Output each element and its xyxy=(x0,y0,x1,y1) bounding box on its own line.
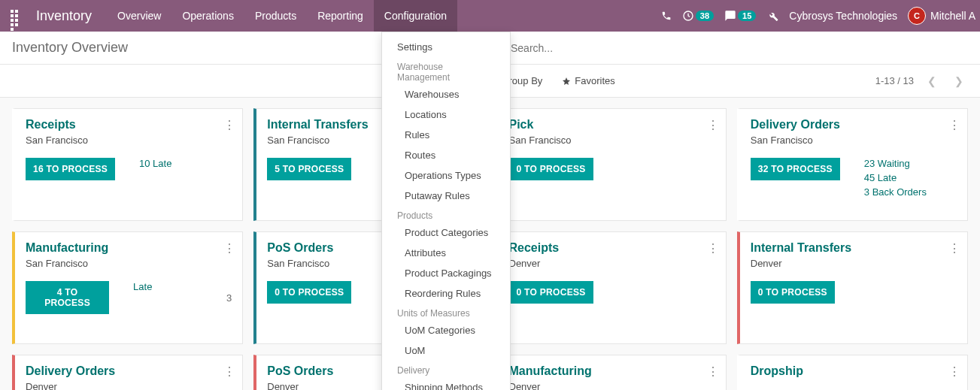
activity-icon[interactable]: 38 xyxy=(682,10,714,22)
dropdown-item-uom-categories[interactable]: UoM Categories xyxy=(382,320,510,340)
pager-range: 1-13 / 13 xyxy=(875,75,914,86)
search-input[interactable] xyxy=(502,42,968,54)
app-title[interactable]: Inventory xyxy=(33,8,107,24)
dropdown-item-attributes[interactable]: Attributes xyxy=(382,243,510,263)
nav-item-reporting[interactable]: Reporting xyxy=(307,0,374,32)
dropdown-item-rules[interactable]: Rules xyxy=(382,125,510,145)
kanban-card[interactable]: ⋮ReceiptsDenver0 TO PROCESS xyxy=(496,231,727,344)
process-button[interactable]: 0 TO PROCESS xyxy=(267,281,351,304)
card-title: Receipts xyxy=(509,241,715,255)
phone-icon[interactable] xyxy=(661,11,672,21)
dropdown-item-uom[interactable]: UoM xyxy=(382,340,510,361)
card-subtitle: San Francisco xyxy=(26,258,232,269)
navbar: Inventory OverviewOperationsProductsRepo… xyxy=(0,0,980,32)
chat-icon[interactable]: 15 xyxy=(724,10,756,22)
card-menu-icon[interactable]: ⋮ xyxy=(948,118,960,132)
kanban-card[interactable]: ⋮ManufacturingDenver xyxy=(496,355,727,390)
stat-link[interactable]: 45 Late xyxy=(864,172,927,183)
avatar: C xyxy=(908,7,926,25)
user-name: Mitchell A xyxy=(930,10,975,22)
dropdown-item-product-packagings[interactable]: Product Packagings xyxy=(382,263,510,283)
process-button[interactable]: 32 TO PROCESS xyxy=(751,158,840,180)
process-button[interactable]: 0 TO PROCESS xyxy=(509,158,593,180)
dropdown-item-putaway-rules[interactable]: Putaway Rules xyxy=(382,186,510,206)
stat-link[interactable]: 23 Waiting xyxy=(864,158,927,169)
favorites-button[interactable]: Favorites xyxy=(562,75,614,86)
card-subtitle: San Francisco xyxy=(751,135,957,146)
card-menu-icon[interactable]: ⋮ xyxy=(223,118,235,132)
nav-item-products[interactable]: Products xyxy=(244,0,307,32)
card-title: Receipts xyxy=(26,118,232,132)
card-menu-icon[interactable]: ⋮ xyxy=(223,364,235,379)
chat-badge: 15 xyxy=(738,11,756,21)
activity-badge: 38 xyxy=(696,11,714,21)
card-subtitle: Denver xyxy=(509,258,715,269)
card-title: Pick xyxy=(509,118,715,132)
dropdown-item-settings[interactable]: Settings xyxy=(382,37,510,57)
nav-item-overview[interactable]: Overview xyxy=(107,0,171,32)
kanban-card[interactable]: ⋮Delivery OrdersDenver xyxy=(12,355,243,390)
card-menu-icon[interactable]: ⋮ xyxy=(707,364,718,379)
process-button[interactable]: 5 TO PROCESS xyxy=(267,158,351,180)
kanban-card[interactable]: ⋮ManufacturingSan Francisco4 TO PROCESSL… xyxy=(12,231,243,344)
dropdown-item-reordering-rules[interactable]: Reordering Rules xyxy=(382,283,510,304)
card-stats: Late3 xyxy=(133,281,232,304)
pager-next[interactable]: ❯ xyxy=(950,73,968,89)
card-subtitle: Denver xyxy=(26,381,232,390)
dropdown-item-locations[interactable]: Locations xyxy=(382,104,510,125)
card-title: Delivery Orders xyxy=(26,364,232,378)
card-menu-icon[interactable]: ⋮ xyxy=(223,241,235,255)
configuration-dropdown: SettingsWarehouse ManagementWarehousesLo… xyxy=(381,32,511,390)
card-title: Internal Transfers xyxy=(751,241,957,255)
kanban-card[interactable]: ⋮Delivery OrdersSan Francisco32 TO PROCE… xyxy=(737,108,968,221)
kanban-card[interactable]: ⋮Dropship xyxy=(737,355,968,390)
card-stats: 10 Late xyxy=(139,158,171,169)
user-menu[interactable]: C Mitchell A xyxy=(908,7,975,25)
dropdown-item-shipping-methods[interactable]: Shipping Methods xyxy=(382,377,510,390)
card-menu-icon[interactable]: ⋮ xyxy=(707,118,718,132)
card-stats: 23 Waiting45 Late3 Back Orders xyxy=(864,158,927,198)
page-title: Inventory Overview xyxy=(12,40,128,56)
process-button[interactable]: 4 TO PROCESS xyxy=(26,281,109,314)
card-menu-icon[interactable]: ⋮ xyxy=(948,241,960,255)
process-button[interactable]: 0 TO PROCESS xyxy=(509,281,593,304)
kanban-card[interactable]: ⋮ReceiptsSan Francisco16 TO PROCESS10 La… xyxy=(12,108,243,221)
nav-item-configuration[interactable]: Configuration xyxy=(374,0,457,32)
dropdown-item-product-categories[interactable]: Product Categories xyxy=(382,222,510,243)
stat-link[interactable]: 3 Back Orders xyxy=(864,186,927,198)
dropdown-header: Units of Measures xyxy=(382,304,510,320)
card-title: Dropship xyxy=(751,364,957,378)
tools-icon[interactable] xyxy=(766,10,778,22)
card-subtitle: Denver xyxy=(751,258,957,269)
dropdown-item-warehouses[interactable]: Warehouses xyxy=(382,84,510,104)
company-switcher[interactable]: Cybrosys Technologies xyxy=(789,10,897,22)
kanban-card[interactable]: ⋮Internal TransfersDenver0 TO PROCESS xyxy=(737,231,968,344)
card-subtitle: San Francisco xyxy=(26,135,232,146)
card-menu-icon[interactable]: ⋮ xyxy=(707,241,718,255)
dropdown-header: Products xyxy=(382,206,510,222)
nav-item-operations[interactable]: Operations xyxy=(171,0,244,32)
dropdown-header: Warehouse Management xyxy=(382,57,510,84)
stat-link[interactable]: 10 Late xyxy=(139,158,171,169)
card-subtitle: San Francisco xyxy=(509,135,715,146)
card-title: Delivery Orders xyxy=(751,118,957,132)
apps-icon[interactable] xyxy=(0,10,33,22)
card-menu-icon[interactable]: ⋮ xyxy=(948,364,960,379)
card-subtitle: Denver xyxy=(509,381,715,390)
card-title: Manufacturing xyxy=(26,241,232,255)
dropdown-header: Delivery xyxy=(382,361,510,377)
stat-link[interactable]: Late3 xyxy=(133,281,232,304)
dropdown-item-routes[interactable]: Routes xyxy=(382,145,510,165)
process-button[interactable]: 0 TO PROCESS xyxy=(751,281,835,304)
card-title: Manufacturing xyxy=(509,364,715,378)
process-button[interactable]: 16 TO PROCESS xyxy=(26,158,115,180)
dropdown-item-operations-types[interactable]: Operations Types xyxy=(382,165,510,186)
kanban-card[interactable]: ⋮PickSan Francisco0 TO PROCESS xyxy=(496,108,727,221)
pager-prev[interactable]: ❮ xyxy=(923,73,941,89)
